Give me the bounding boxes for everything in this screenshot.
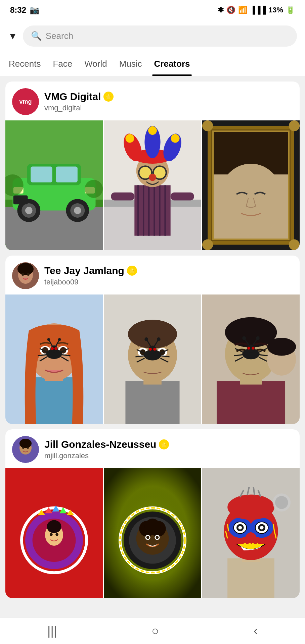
svg-point-142 (47, 520, 61, 533)
svg-point-171 (260, 526, 264, 530)
svg-point-174 (246, 532, 256, 543)
svg-rect-15 (13, 195, 28, 204)
creator-header-jill[interactable]: Jill Gonzales-Nzeusseu ⭐ mjill.gonzales (5, 429, 300, 468)
svg-point-73 (47, 338, 50, 341)
svg-point-82 (54, 347, 57, 350)
svg-point-17 (85, 180, 103, 198)
status-time: 8:32 (10, 5, 26, 15)
grid-cell-tj-3[interactable] (202, 294, 300, 424)
verified-badge-teejay: ⭐ (127, 266, 137, 276)
svg-rect-43 (171, 193, 194, 201)
svg-point-96 (144, 337, 148, 341)
signal-icon: ▐▐▐ (250, 6, 266, 14)
grid-cell-jill-1[interactable] (5, 468, 103, 598)
creator-name-vmg: VMG Digital ⭐ (44, 91, 293, 102)
grid-cell-tj-2[interactable] (104, 294, 201, 424)
bluetooth-icon: ✱ (218, 6, 224, 14)
creator-info-teejay: Tee Jay Jamlang ⭐ teijaboo09 (44, 265, 293, 286)
svg-point-54 (218, 164, 283, 236)
svg-point-97 (157, 337, 161, 341)
svg-point-129 (19, 439, 32, 448)
status-bar: 8:32 📷 ✱ 🔇 📶 ▐▐▐ 13% 🔋 (0, 0, 305, 20)
svg-point-81 (51, 347, 54, 350)
svg-point-59 (21, 273, 24, 276)
avatar-vmg: vmg (12, 88, 39, 115)
image-grid-vmg (5, 120, 300, 250)
svg-point-144 (55, 533, 58, 536)
svg-point-33 (125, 134, 134, 143)
dropdown-button[interactable]: ▼ (8, 31, 17, 42)
nav-back-button[interactable]: ||| (47, 624, 57, 638)
svg-point-184 (275, 496, 288, 509)
avatar-teejay (12, 262, 39, 289)
creator-handle-jill: mjill.gonzales (44, 451, 293, 460)
svg-point-158 (156, 536, 159, 539)
tab-creators[interactable]: Creators (148, 52, 196, 76)
svg-point-47 (202, 120, 213, 131)
search-area: ▼ 🔍 Search (0, 20, 305, 52)
svg-point-126 (267, 338, 296, 356)
svg-point-12 (74, 207, 81, 214)
svg-point-105 (153, 348, 156, 351)
nav-recent-button[interactable]: ‹ (254, 624, 258, 638)
svg-point-74 (58, 338, 61, 341)
svg-point-170 (238, 526, 242, 530)
tab-face[interactable]: Face (47, 52, 78, 76)
battery-label: 13% (268, 6, 283, 14)
creator-header-vmg[interactable]: vmg VMG Digital ⭐ vmg_digital (5, 82, 300, 120)
creator-handle-teejay: teijaboo09 (44, 278, 293, 286)
verified-badge-jill: ⭐ (159, 439, 169, 449)
svg-rect-84 (125, 381, 179, 424)
svg-point-50 (289, 239, 300, 250)
camera-icon: 📷 (30, 5, 40, 15)
tab-music[interactable]: Music (113, 52, 148, 76)
svg-point-41 (149, 174, 156, 181)
grid-cell-vmg-1[interactable] (5, 120, 103, 250)
grid-cell-jill-3[interactable]: MH (202, 468, 300, 598)
search-icon: 🔍 (31, 31, 42, 41)
image-grid-teejay (5, 294, 300, 424)
svg-point-130 (22, 447, 24, 449)
svg-point-34 (148, 126, 157, 135)
creator-header-teejay[interactable]: Tee Jay Jamlang ⭐ teijaboo09 (5, 256, 300, 294)
svg-rect-161 (227, 558, 274, 598)
svg-point-124 (252, 346, 255, 350)
creator-name-jill: Jill Gonzales-Nzeusseu ⭐ (44, 439, 293, 450)
svg-point-172 (227, 495, 274, 520)
mute-icon: 🔇 (226, 6, 235, 14)
wifi-icon: 📶 (238, 6, 247, 14)
creator-name-teejay: Tee Jay Jamlang ⭐ (44, 265, 293, 276)
svg-rect-5 (31, 166, 52, 182)
tab-recents[interactable]: Recents (3, 52, 47, 76)
creators-list: vmg VMG Digital ⭐ vmg_digital (0, 76, 305, 603)
svg-point-157 (146, 536, 149, 539)
grid-cell-vmg-3[interactable] (202, 120, 300, 250)
tab-world[interactable]: World (78, 52, 113, 76)
creator-card-jill: Jill Gonzales-Nzeusseu ⭐ mjill.gonzales (5, 429, 300, 598)
svg-point-104 (149, 348, 152, 351)
search-bar[interactable]: 🔍 Search (23, 25, 297, 47)
svg-point-60 (27, 273, 30, 276)
creator-card-vmg: vmg VMG Digital ⭐ vmg_digital (5, 82, 300, 250)
image-grid-jill: MH (5, 468, 300, 598)
svg-point-58 (17, 263, 34, 275)
search-placeholder: Search (46, 31, 73, 41)
svg-rect-6 (56, 166, 77, 182)
nav-home-button[interactable]: ○ (151, 624, 159, 638)
grid-cell-tj-1[interactable] (5, 294, 103, 424)
grid-cell-vmg-2[interactable] (104, 120, 201, 250)
svg-rect-107 (217, 381, 285, 424)
creator-card-teejay: Tee Jay Jamlang ⭐ teijaboo09 (5, 256, 300, 424)
svg-point-123 (247, 346, 250, 350)
svg-point-48 (289, 120, 300, 131)
svg-point-9 (25, 207, 32, 214)
grid-cell-jill-2[interactable] (104, 468, 201, 598)
svg-point-87 (128, 320, 177, 348)
svg-point-131 (27, 447, 29, 449)
svg-point-143 (50, 533, 53, 536)
battery-icon: 🔋 (286, 6, 295, 14)
verified-badge-vmg: ⭐ (103, 92, 114, 102)
bottom-nav: ||| ○ ‹ (0, 617, 305, 644)
svg-point-154 (144, 519, 160, 535)
svg-point-35 (171, 134, 180, 143)
